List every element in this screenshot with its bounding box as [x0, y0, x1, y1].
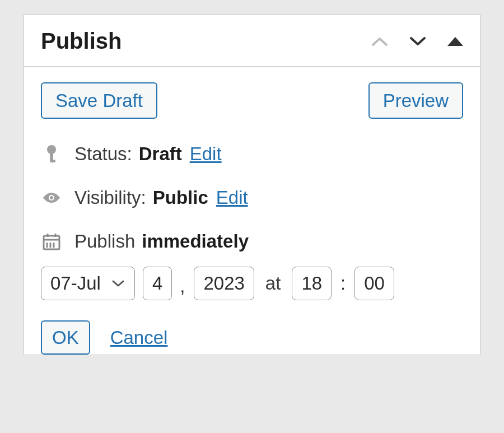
hour-value: 18: [301, 273, 322, 294]
status-row: Status: Draft Edit: [41, 143, 463, 165]
day-input[interactable]: 4: [143, 267, 172, 300]
confirm-row: OK Cancel: [41, 320, 463, 355]
move-up-icon[interactable]: [371, 36, 388, 47]
eye-icon: [41, 191, 62, 204]
at-label: at: [262, 273, 284, 294]
publish-panel: Publish Save Draft Preview Status: Draft…: [24, 15, 480, 355]
visibility-row: Visibility: Public Edit: [41, 187, 463, 208]
key-icon: [41, 144, 62, 164]
year-input[interactable]: 2023: [194, 267, 254, 300]
cancel-link[interactable]: Cancel: [110, 327, 168, 348]
action-buttons-row: Save Draft Preview: [41, 82, 463, 119]
month-select[interactable]: 07-Jul: [41, 267, 135, 300]
move-down-icon[interactable]: [409, 36, 426, 47]
panel-header: Publish: [24, 15, 480, 66]
day-value: 4: [152, 273, 162, 294]
panel-controls: [371, 36, 463, 47]
status-label: Status:: [74, 143, 132, 165]
preview-button[interactable]: Preview: [368, 82, 463, 119]
minute-value: 00: [364, 273, 385, 294]
status-value: Draft: [139, 143, 182, 165]
publish-mode: immediately: [142, 231, 249, 252]
visibility-edit-link[interactable]: Edit: [216, 187, 248, 208]
year-value: 2023: [203, 273, 244, 294]
svg-rect-5: [44, 236, 59, 249]
time-separator: :: [339, 273, 347, 294]
chevron-down-icon: [112, 280, 124, 287]
publish-label: Publish: [74, 231, 135, 252]
save-draft-button[interactable]: Save Draft: [41, 82, 157, 119]
visibility-label: Visibility:: [74, 187, 146, 208]
publish-schedule-row: Publish immediately: [41, 231, 463, 252]
month-value: 07-Jul: [50, 273, 101, 294]
comma: ,: [180, 276, 186, 297]
svg-rect-2: [50, 160, 55, 162]
toggle-panel-icon[interactable]: [447, 37, 463, 46]
ok-button[interactable]: OK: [41, 320, 90, 355]
visibility-value: Public: [153, 187, 208, 208]
status-edit-link[interactable]: Edit: [190, 143, 222, 165]
date-time-row: 07-Jul 4 , 2023 at 18 : 00: [41, 267, 463, 300]
minute-input[interactable]: 00: [354, 267, 394, 300]
calendar-icon: [41, 232, 62, 250]
panel-title: Publish: [41, 29, 371, 54]
svg-point-0: [47, 145, 56, 154]
svg-point-4: [50, 196, 53, 199]
hour-input[interactable]: 18: [292, 267, 332, 300]
